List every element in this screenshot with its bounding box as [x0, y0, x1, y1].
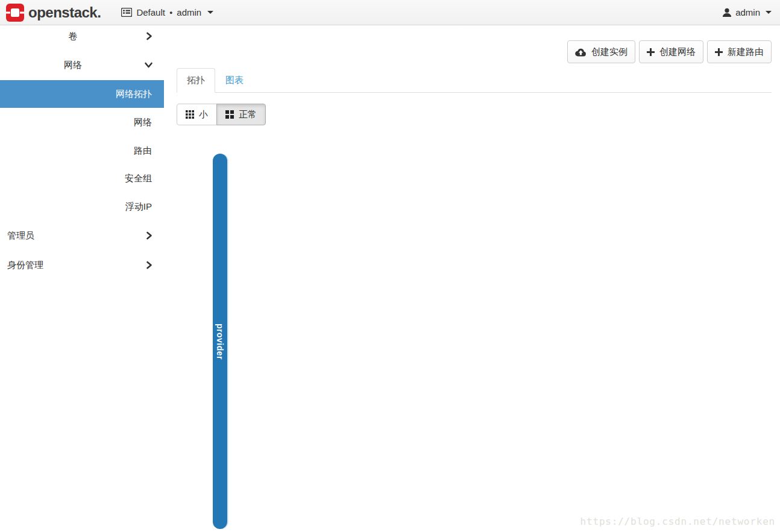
sidebar-item-routers[interactable]: 路由 [0, 137, 164, 164]
context-domain: Default [136, 7, 165, 17]
tab-topology[interactable]: 拓扑 [177, 68, 215, 93]
sidebar-item-label: 浮动IP [125, 201, 152, 211]
sidebar-group-network[interactable]: 网络 [0, 51, 164, 79]
cloud-upload-icon [575, 48, 587, 57]
topology-size-toggle: 小 正常 [177, 104, 266, 125]
button-label: 创建实例 [591, 46, 627, 58]
button-label: 新建路由 [728, 46, 764, 58]
sidebar-item-label: 网络拓扑 [116, 89, 152, 99]
size-small-button[interactable]: 小 [177, 104, 217, 125]
caret-down-icon [766, 11, 772, 14]
toggle-label: 正常 [239, 109, 257, 120]
context-separator-dot: ● [169, 10, 172, 16]
create-network-button[interactable]: 创建网络 [639, 40, 703, 63]
chevron-right-icon [145, 32, 153, 41]
brand[interactable]: openstack. [6, 4, 101, 22]
action-buttons: 创建实例 创建网络 新建路由 [567, 40, 772, 63]
toggle-label: 小 [199, 109, 208, 120]
caret-down-icon [207, 11, 213, 14]
user-name: admin [735, 7, 760, 17]
network-label: provider [215, 323, 225, 359]
grid-large-icon [225, 110, 234, 119]
button-label: 创建网络 [659, 46, 696, 58]
sidebar-group-label: 网络 [64, 60, 82, 70]
sidebar-item-security-groups[interactable]: 安全组 [0, 164, 164, 192]
sidebar-section-label: 身份管理 [7, 260, 43, 270]
topbar: openstack. Default ● admin admin [0, 0, 780, 25]
chevron-right-icon [145, 261, 153, 270]
sidebar-item-floating-ips[interactable]: 浮动IP [0, 193, 164, 221]
size-normal-button[interactable]: 正常 [216, 104, 266, 125]
tab-label: 图表 [225, 75, 244, 85]
domain-icon [121, 8, 132, 17]
plus-icon [647, 48, 655, 56]
plus-icon [715, 48, 723, 56]
context-project: admin [177, 7, 201, 17]
user-menu[interactable]: admin [722, 7, 772, 17]
sidebar-item-label: 网络 [134, 117, 152, 127]
sidebar: 卷 网络 网络拓扑 网络 路由 安全组 浮动IP 管理员 身份管理 [0, 25, 164, 532]
context-switcher[interactable]: Default ● admin [121, 7, 213, 17]
network-provider-bar[interactable]: provider [213, 154, 227, 529]
sidebar-item-label: 安全组 [125, 173, 152, 183]
main-content: 创建实例 创建网络 新建路由 拓扑 图表 [164, 25, 780, 532]
chevron-down-icon [144, 61, 153, 69]
openstack-logo-icon [6, 4, 24, 22]
sidebar-section-admin[interactable]: 管理员 [0, 222, 164, 249]
sidebar-item-network-topology[interactable]: 网络拓扑 [0, 80, 164, 108]
brand-wordmark: openstack. [28, 4, 101, 21]
sidebar-item-networks[interactable]: 网络 [0, 108, 164, 136]
grid-small-icon [186, 110, 194, 119]
sidebar-group-label: 卷 [69, 31, 78, 41]
sidebar-section-label: 管理员 [7, 230, 34, 240]
launch-instance-button[interactable]: 创建实例 [567, 40, 635, 63]
chevron-right-icon [145, 231, 153, 240]
sidebar-item-label: 路由 [134, 145, 152, 155]
topology-canvas[interactable]: provider [164, 128, 780, 532]
watermark: https://blog.csdn.net/networken [580, 516, 775, 527]
user-icon [722, 8, 732, 17]
tab-bar: 拓扑 图表 [177, 68, 772, 93]
tab-graph[interactable]: 图表 [215, 68, 254, 93]
tab-label: 拓扑 [187, 75, 205, 85]
sidebar-section-identity[interactable]: 身份管理 [0, 251, 164, 279]
sidebar-group-volumes[interactable]: 卷 [0, 22, 164, 50]
create-router-button[interactable]: 新建路由 [707, 40, 772, 63]
